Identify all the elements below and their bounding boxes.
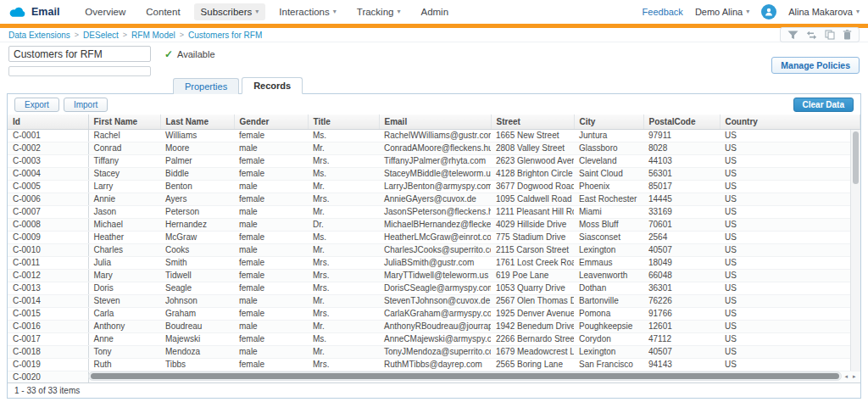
table-cell: US xyxy=(720,218,860,231)
nav-item-interactions[interactable]: Interactions▾ xyxy=(272,3,342,20)
table-cell: C-0020 xyxy=(8,371,88,382)
table-row[interactable]: C-0014StevenJohnsonmaleMr.StevenTJohnson… xyxy=(8,294,860,307)
table-cell: 619 Poe Lane xyxy=(491,269,574,282)
brand[interactable]: Email xyxy=(8,6,59,19)
tab-records[interactable]: Records xyxy=(242,77,303,94)
status-badge: ✓ Available xyxy=(164,48,215,60)
column-header-city[interactable]: City xyxy=(574,114,643,129)
table-cell: male xyxy=(234,320,308,332)
horizontal-scrollbar[interactable] xyxy=(88,371,842,381)
table-row[interactable]: C-0002ConradMooremaleMr.ConradAMoore@fle… xyxy=(8,142,860,154)
column-header-street[interactable]: Street xyxy=(491,114,574,129)
copy-icon[interactable] xyxy=(825,30,835,40)
column-header-country[interactable]: Country xyxy=(720,114,860,129)
table-cell: 66048 xyxy=(643,269,720,282)
column-header-last-name[interactable]: Last Name xyxy=(160,114,234,129)
column-header-postalcode[interactable]: PostalCode xyxy=(643,114,720,129)
table-cell: 14445 xyxy=(643,193,720,205)
breadcrumb-item[interactable]: DESelect xyxy=(83,31,119,40)
table-cell: Ms. xyxy=(308,231,379,243)
table-cell: MaryTTidwell@teleworm.us xyxy=(379,269,491,282)
user-label: Alina Makarova xyxy=(788,7,853,17)
table-cell: 775 Stadium Drive xyxy=(491,231,574,243)
breadcrumb-separator: > xyxy=(123,31,127,39)
column-header-email[interactable]: Email xyxy=(379,114,491,129)
nav-item-label: Overview xyxy=(85,7,125,17)
vertical-scrollbar[interactable] xyxy=(850,130,860,371)
feedback-link[interactable]: Feedback xyxy=(643,7,683,17)
account-menu[interactable]: Demo Alina ▾ xyxy=(695,7,749,17)
nav-item-subscribers[interactable]: Subscribers▾ xyxy=(194,3,266,20)
table-row[interactable]: C-0008MichaelHernandezmaleDr.MichaelBHer… xyxy=(8,218,860,231)
external-key-input[interactable] xyxy=(8,66,151,76)
clear-data-button[interactable]: Clear Data xyxy=(793,98,854,112)
breadcrumb-item[interactable]: Customers for RFM xyxy=(188,31,262,40)
table-cell: US xyxy=(720,269,860,282)
records-table-container: IdFirst NameLast NameGenderTitleEmailStr… xyxy=(8,114,860,382)
avatar[interactable] xyxy=(761,4,776,20)
vertical-scrollbar-thumb[interactable] xyxy=(853,131,859,184)
table-row[interactable]: C-0006AnnieAyersfemaleMrs.AnnieGAyers@cu… xyxy=(8,193,860,205)
breadcrumb-item[interactable]: RFM Model xyxy=(131,31,175,40)
table-row[interactable]: C-0001RachelWilliamsfemaleMs.RachelWWill… xyxy=(8,129,860,142)
table-row[interactable]: C-0017AnneMajewskifemaleMs.AnneCMajewski… xyxy=(8,332,860,345)
table-row[interactable]: C-0018TonyMendozamaleMr.TonyJMendoza@sup… xyxy=(8,345,860,358)
table-cell: Ruth xyxy=(88,358,160,371)
table-row[interactable]: C-0003TiffanyPalmerfemaleMrs.TiffanyJPal… xyxy=(8,154,860,167)
check-icon: ✓ xyxy=(164,48,173,60)
table-cell: female xyxy=(234,307,308,320)
column-header-first-name[interactable]: First Name xyxy=(88,114,160,129)
table-row[interactable]: C-0010CharlesCooksmaleMr.CharlesJCooks@s… xyxy=(8,243,860,256)
nav-item-label: Admin xyxy=(420,7,448,17)
table-cell: 8028 xyxy=(643,142,720,154)
table-row[interactable]: C-0015CarlaGrahamfemaleMrs.CarlaKGraham@… xyxy=(8,307,860,320)
table-row[interactable]: C-0012MaryTidwellfemaleMrs.MaryTTidwell@… xyxy=(8,269,860,282)
manage-policies-button[interactable]: Manage Policies xyxy=(771,57,860,74)
table-row[interactable]: C-0005LarryBentonmaleMr.LarryJBenton@arm… xyxy=(8,180,860,193)
table-cell: 18049 xyxy=(643,256,720,269)
table-cell: JuliaBSmith@gustr.com xyxy=(379,256,491,269)
nav-item-admin[interactable]: Admin xyxy=(414,3,455,20)
export-button[interactable]: Export xyxy=(14,98,59,112)
breadcrumb-item[interactable]: Data Extensions xyxy=(8,31,70,40)
table-cell: 12601 xyxy=(643,320,720,332)
filter-icon[interactable] xyxy=(787,31,798,40)
table-cell: Mrs. xyxy=(308,269,379,282)
table-row[interactable]: C-0004StaceyBiddlefemaleMs.StaceyMBiddle… xyxy=(8,167,860,180)
table-row[interactable]: C-0016AnthonyBoudreaumaleMr.AnthonyRBoud… xyxy=(8,320,860,332)
move-icon[interactable] xyxy=(806,31,817,40)
scroll-arrows-icon[interactable]: ◂ ▸ xyxy=(842,373,860,380)
nav-item-content[interactable]: Content xyxy=(139,3,186,20)
table-cell: US xyxy=(720,129,860,142)
column-header-gender[interactable]: Gender xyxy=(234,114,308,129)
table-cell: female xyxy=(234,167,308,180)
table-cell: Miami xyxy=(574,205,643,218)
nav-item-tracking[interactable]: Tracking▾ xyxy=(350,3,408,20)
table-cell: US xyxy=(720,345,860,358)
table-row[interactable]: C-0007JasonPetersonmaleMr.JasonSPeterson… xyxy=(8,205,860,218)
import-button[interactable]: Import xyxy=(64,98,108,112)
table-cell: US xyxy=(720,332,860,345)
table-cell: San Francisco xyxy=(574,358,643,371)
table-cell: US xyxy=(720,231,860,243)
horizontal-scrollbar-thumb[interactable] xyxy=(91,373,839,379)
table-row[interactable]: C-0009HeatherMcGrawfemaleMs.HeatherLMcGr… xyxy=(8,231,860,243)
brand-label: Email xyxy=(31,6,59,18)
column-header-title[interactable]: Title xyxy=(308,114,379,129)
delete-icon[interactable] xyxy=(843,30,852,40)
user-menu[interactable]: Alina Makarova ▾ xyxy=(788,7,860,17)
table-cell: Mrs. xyxy=(308,154,379,167)
nav-item-overview[interactable]: Overview xyxy=(78,3,132,20)
tab-properties[interactable]: Properties xyxy=(173,78,239,94)
table-row[interactable]: C-0019RuthTibbsfemaleMrs.RuthMTibbs@dayr… xyxy=(8,358,860,371)
table-cell: 2564 xyxy=(643,231,720,243)
table-cell: Smith xyxy=(160,256,234,269)
table-cell: Lexington xyxy=(574,345,643,358)
column-header-id[interactable]: Id xyxy=(8,114,88,129)
chevron-down-icon: ▾ xyxy=(255,8,259,15)
table-row[interactable]: C-0011JuliaSmithfemaleMrs.JuliaBSmith@gu… xyxy=(8,256,860,269)
table-cell: C-0017 xyxy=(8,332,88,345)
name-input[interactable] xyxy=(8,46,151,62)
table-cell: 1679 Meadowcrest Lane xyxy=(491,345,574,358)
table-row[interactable]: C-0013DorisSeaglefemaleMrs.DorisCSeagle@… xyxy=(8,282,860,294)
